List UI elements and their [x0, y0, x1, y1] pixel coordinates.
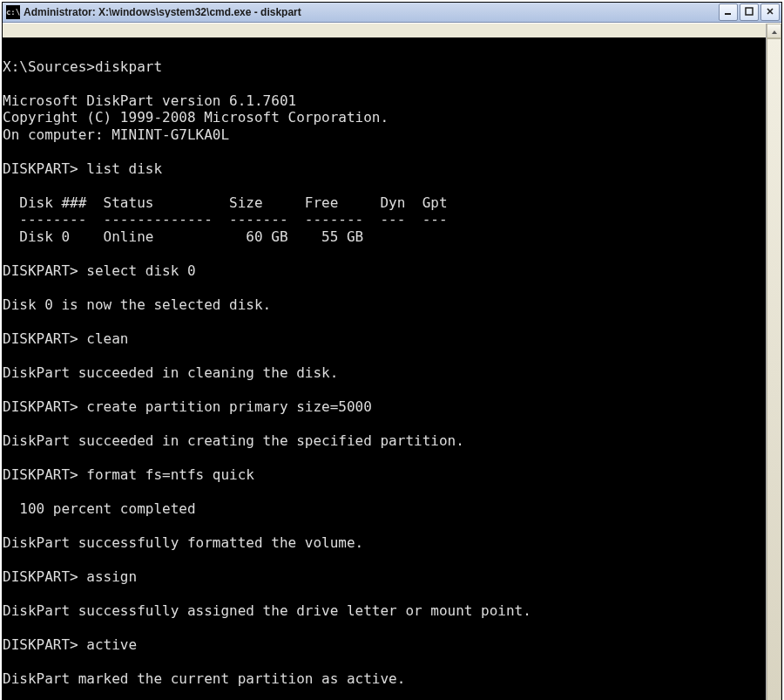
svg-rect-1 [746, 8, 753, 15]
maximize-icon [745, 7, 754, 17]
close-button[interactable] [760, 3, 780, 21]
console-output[interactable]: X:\Sources>diskpart Microsoft DiskPart v… [3, 37, 766, 700]
caption-buttons [717, 3, 780, 21]
minimize-icon [724, 7, 733, 17]
sysmenu-icon[interactable]: c:\ [6, 5, 20, 19]
close-icon [766, 7, 774, 17]
scroll-track[interactable] [767, 38, 781, 700]
cmd-window: c:\ Administrator: X:\windows\system32\c… [2, 2, 782, 700]
client-area: X:\Sources>diskpart Microsoft DiskPart v… [3, 23, 781, 700]
caret-up-icon [771, 24, 778, 39]
minimize-button[interactable] [719, 3, 738, 21]
scroll-up-button[interactable] [767, 24, 781, 38]
titlebar[interactable]: c:\ Administrator: X:\windows\system32\c… [3, 3, 781, 23]
vertical-scrollbar[interactable] [766, 24, 781, 700]
maximize-button[interactable] [740, 3, 759, 21]
window-title: Administrator: X:\windows\system32\cmd.e… [24, 7, 717, 17]
scroll-thumb[interactable] [767, 38, 781, 700]
svg-rect-0 [725, 13, 731, 15]
